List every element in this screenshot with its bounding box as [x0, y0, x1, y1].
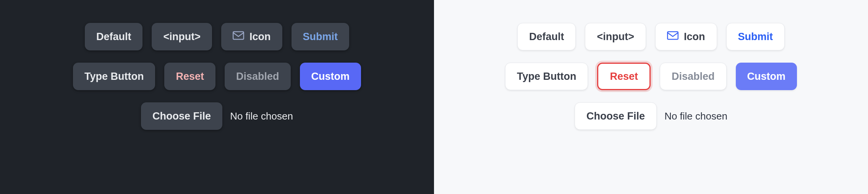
custom-button[interactable]: Custom [300, 63, 361, 90]
choose-file-button[interactable]: Choose File [141, 102, 222, 130]
icon-button[interactable]: Icon [655, 23, 717, 50]
icon-button-label: Icon [249, 31, 271, 43]
button-row-2: Type Button Reset Disabled Custom [73, 63, 361, 90]
type-button[interactable]: Type Button [505, 63, 588, 90]
file-row: Choose File No file chosen [141, 102, 293, 130]
submit-button[interactable]: Submit [726, 23, 785, 50]
mail-icon [667, 31, 679, 43]
file-status-label: No file chosen [664, 110, 727, 122]
mail-icon [233, 31, 244, 43]
reset-button[interactable]: Reset [164, 63, 215, 90]
button-row-2: Type Button Reset Disabled Custom [505, 63, 797, 90]
input-button[interactable]: <input> [152, 23, 212, 50]
svg-rect-0 [233, 32, 244, 39]
submit-button[interactable]: Submit [291, 23, 350, 50]
button-row-1: Default <input> Icon Submit [517, 23, 785, 50]
choose-file-button[interactable]: Choose File [575, 102, 657, 130]
icon-button-label: Icon [684, 31, 705, 43]
light-theme-panel: Default <input> Icon Submit Type Button … [434, 0, 868, 194]
svg-rect-1 [667, 32, 678, 39]
disabled-button: Disabled [225, 63, 291, 90]
default-button[interactable]: Default [85, 23, 143, 50]
type-button[interactable]: Type Button [73, 63, 155, 90]
icon-button[interactable]: Icon [221, 23, 282, 50]
input-button[interactable]: <input> [585, 23, 646, 50]
button-row-1: Default <input> Icon Submit [85, 23, 349, 50]
custom-button[interactable]: Custom [736, 63, 797, 90]
dark-theme-panel: Default <input> Icon Submit Type Button … [0, 0, 434, 194]
file-row: Choose File No file chosen [575, 102, 727, 130]
disabled-button: Disabled [660, 63, 727, 90]
default-button[interactable]: Default [517, 23, 576, 50]
reset-button[interactable]: Reset [597, 63, 651, 90]
file-status-label: No file chosen [230, 110, 293, 122]
